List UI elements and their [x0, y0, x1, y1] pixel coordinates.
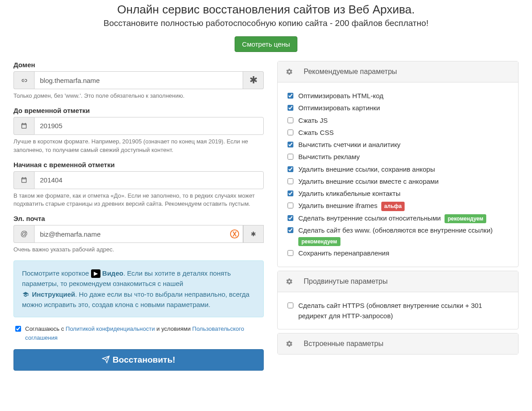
domain-input[interactable] [34, 71, 243, 89]
domain-label: Домен [13, 61, 264, 69]
reco-option-label-3: Сжать CSS [298, 127, 334, 138]
email-input[interactable] [34, 225, 243, 243]
panel-recommended-body: Оптимизировать HTML-кодОптимизировать ка… [278, 82, 518, 267]
badge-альфа: альфа [381, 202, 405, 211]
email-label: Эл. почта [13, 215, 264, 222]
reco-option-label-6: Удалить внешние ссылки, сохранив анкоры [298, 164, 435, 174]
to-ts-help: Лучше в коротком формате. Например, 2019… [13, 138, 264, 155]
extension-icon [230, 229, 240, 239]
panel-builtin-title: Встроенные параметры [304, 340, 384, 348]
panel-advanced-title: Продвинутые параметры [304, 277, 388, 286]
required-mark: ✱ [243, 225, 264, 243]
reco-option-checkbox-12[interactable] [288, 250, 293, 256]
graduation-cap-icon [22, 291, 29, 298]
reco-option-checkbox-0[interactable] [288, 93, 293, 99]
badge-рекомендуем: рекомендуем [445, 214, 487, 224]
reco-option-checkbox-1[interactable] [288, 105, 293, 111]
reco-option-label-9: Удалить внешние iframes альфа [298, 200, 405, 211]
calendar-icon [13, 117, 34, 135]
domain-help: Только домен, без 'www.'. Это поле обяза… [13, 92, 264, 100]
reco-option-checkbox-9[interactable] [288, 203, 293, 208]
adv-option-checkbox-0[interactable] [288, 303, 293, 308]
link-icon [13, 71, 34, 89]
page-title: Онлайн сервис восстановления сайтов из В… [13, 3, 519, 17]
reco-option-label-2: Сжать JS [298, 115, 328, 125]
reco-option-checkbox-4[interactable] [288, 142, 293, 147]
panel-advanced-body: Сделать сайт HTTPS (обновляет внутренние… [278, 292, 518, 329]
calendar-icon [13, 171, 34, 189]
gear-icon [286, 278, 293, 285]
reco-option-checkbox-6[interactable] [288, 166, 293, 172]
reco-option-label-11: Сделать сайт без www. (обновляются все в… [298, 225, 493, 246]
from-ts-help: В таком же формате, как и отметка «До». … [13, 192, 264, 209]
reco-option-checkbox-8[interactable] [288, 190, 293, 196]
agree-checkbox[interactable] [15, 326, 21, 332]
adv-option-label-0: Сделать сайт HTTPS (обновляет внутренние… [298, 300, 510, 321]
paper-plane-icon [102, 355, 110, 363]
from-ts-label: Начиная с временной отметки [13, 161, 264, 169]
gear-icon [286, 340, 293, 347]
to-ts-label: До временной отметки [13, 107, 264, 114]
agree-text: Соглашаюсь с Политикой конфиденциальност… [25, 324, 264, 342]
to-ts-input[interactable] [34, 117, 264, 135]
reco-option-checkbox-7[interactable] [288, 178, 293, 184]
reco-option-checkbox-3[interactable] [288, 130, 293, 135]
panel-builtin-header[interactable]: Встроенные параметры [278, 333, 518, 354]
page-subtitle: Восстановите полностью работоспособную к… [13, 18, 519, 28]
panel-recommended-title: Рекомендуемые параметры [304, 68, 397, 76]
reco-option-checkbox-11[interactable] [288, 227, 293, 233]
badge-рекомендуем: рекомендуем [298, 237, 340, 247]
reco-option-checkbox-10[interactable] [288, 215, 293, 221]
submit-button[interactable]: Восстановить! [13, 349, 264, 371]
required-mark: ✱ [243, 71, 264, 89]
email-help: Очень важно указать рабочий адрес. [13, 246, 264, 254]
gear-icon [286, 68, 293, 75]
info-alert: Посмотрите короткое ▶ Видео. Если вы хот… [13, 260, 264, 317]
pricing-button[interactable]: Смотреть цены [235, 36, 298, 52]
video-link[interactable]: Видео [102, 269, 123, 277]
reco-option-checkbox-2[interactable] [288, 117, 293, 123]
panel-advanced-header[interactable]: Продвинутые параметры [278, 271, 518, 292]
reco-option-label-5: Вычистить рекламу [298, 151, 360, 162]
reco-option-label-8: Удалить кликабельные контакты [298, 188, 401, 199]
reco-option-label-12: Сохранить перенаправления [298, 248, 389, 258]
reco-option-label-1: Оптимизировать картинки [298, 103, 380, 113]
from-ts-input[interactable] [34, 171, 264, 189]
reco-option-label-0: Оптимизировать HTML-код [298, 91, 384, 101]
reco-option-label-10: Сделать внутренние ссылки относительными… [298, 213, 486, 224]
panel-recommended-header[interactable]: Рекомендуемые параметры [278, 61, 518, 82]
video-icon: ▶ [91, 269, 100, 278]
reco-option-checkbox-5[interactable] [288, 154, 293, 160]
privacy-link[interactable]: Политикой конфиденциальности [65, 325, 155, 332]
reco-option-label-4: Вычистить счетчики и аналитику [298, 139, 401, 150]
reco-option-label-7: Удалить внешние ссылки вместе с анкорами [298, 176, 439, 186]
manual-link[interactable]: Инструкцией [32, 290, 75, 298]
at-icon: @ [13, 225, 34, 243]
